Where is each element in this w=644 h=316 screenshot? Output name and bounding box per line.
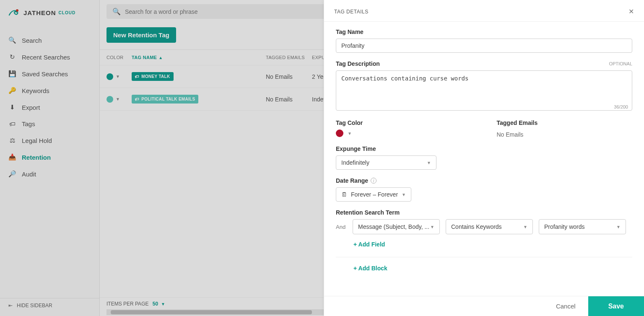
- calendar-icon: 🗓: [341, 191, 347, 198]
- sidebar-item-audit[interactable]: 🔎Audit: [0, 166, 99, 182]
- chevron-down-icon: ▼: [616, 225, 621, 229]
- sort-asc-icon: ▲: [158, 55, 163, 60]
- history-icon: ↻: [8, 53, 16, 61]
- sidebar: JATHEON CLOUD 🔍Search ↻Recent Searches 💾…: [0, 0, 100, 316]
- tag-color-picker[interactable]: ▼: [336, 130, 472, 137]
- expunge-time-label: Expunge Time: [336, 145, 632, 152]
- search-condition-select[interactable]: Contains Keywords▼: [446, 219, 533, 234]
- search-term-label: Retention Search Term: [336, 209, 632, 216]
- tagged-emails-value: No Emails: [497, 130, 633, 138]
- chevron-down-icon: ▼: [402, 192, 406, 197]
- tag-icon: 🏷: [135, 97, 139, 101]
- nav: 🔍Search ↻Recent Searches 💾Saved Searches…: [0, 32, 99, 182]
- new-retention-tag-button[interactable]: New Retention Tag: [106, 27, 176, 43]
- items-per-page-select[interactable]: 50 ▼: [153, 301, 165, 307]
- search-term-row: And Message (Subject, Body, ...▼ Contain…: [336, 219, 632, 234]
- logo-icon: [8, 8, 21, 18]
- tagged-emails-label: Tagged Emails: [497, 119, 633, 126]
- search-placeholder: Search for a word or phrase: [125, 8, 198, 15]
- sidebar-item-label: Recent Searches: [22, 54, 70, 61]
- tag-icon: 🏷: [135, 74, 139, 79]
- collapse-icon: ⇤: [8, 303, 13, 308]
- logo-text: JATHEON: [23, 9, 56, 16]
- tag-badge: 🏷 MONEY TALK: [132, 72, 174, 81]
- tag-color-label: Tag Color: [336, 119, 472, 126]
- sidebar-item-saved-searches[interactable]: 💾Saved Searches: [0, 65, 99, 82]
- key-icon: 🔑: [8, 87, 16, 94]
- row-tagname: 🏷 MONEY TALK: [132, 72, 216, 81]
- row-color[interactable]: ▼: [106, 96, 132, 103]
- sidebar-item-label: Retention: [22, 154, 51, 161]
- chevron-down-icon: ▼: [427, 161, 431, 165]
- sidebar-item-export[interactable]: ⬇Export: [0, 99, 99, 116]
- col-tagged-emails: TAGGED EMAILS: [266, 55, 312, 60]
- cancel-button[interactable]: Cancel: [543, 296, 588, 316]
- sidebar-item-recent-searches[interactable]: ↻Recent Searches: [0, 49, 99, 65]
- sidebar-item-tags[interactable]: 🏷Tags: [0, 116, 99, 132]
- panel-header: TAG DETAILS ✕: [324, 0, 644, 22]
- color-dot: [106, 73, 113, 80]
- chevron-down-icon: ▼: [430, 225, 434, 229]
- sidebar-item-label: Legal Hold: [22, 137, 52, 144]
- scrollbar-thumb[interactable]: [111, 310, 312, 314]
- sidebar-item-label: Tags: [22, 120, 35, 127]
- tag-desc-input[interactable]: [336, 70, 632, 111]
- hide-sidebar-button[interactable]: ⇤ HIDE SIDEBAR: [0, 298, 99, 313]
- date-range-select[interactable]: 🗓 Forever – Forever ▼: [336, 187, 411, 202]
- tag-badge: 🏷 POLITICAL TALK EMAILS: [132, 95, 198, 104]
- search-field-select[interactable]: Message (Subject, Body, ...▼: [353, 219, 440, 234]
- color-dot: [106, 96, 113, 103]
- sidebar-item-label: Export: [22, 104, 40, 111]
- info-icon[interactable]: i: [371, 178, 377, 184]
- tag-details-panel: TAG DETAILS ✕ Tag Name Tag Description O…: [324, 0, 644, 316]
- sidebar-item-label: Keywords: [22, 87, 49, 94]
- char-count: 36/200: [614, 104, 628, 109]
- add-field-link[interactable]: + Add Field: [353, 241, 632, 248]
- logo: JATHEON CLOUD: [0, 0, 99, 23]
- search-icon: 🔍: [112, 8, 121, 16]
- save-button[interactable]: Save: [588, 296, 644, 316]
- tag-name-input[interactable]: [336, 39, 632, 53]
- chevron-down-icon: ▼: [116, 74, 120, 79]
- sidebar-item-legal-hold[interactable]: ⚖Legal Hold: [0, 132, 99, 149]
- add-block-link[interactable]: + Add Block: [353, 265, 632, 272]
- row-tagname: 🏷 POLITICAL TALK EMAILS: [132, 95, 216, 104]
- retention-icon: 📥: [8, 153, 16, 161]
- panel-footer: Cancel Save: [324, 296, 644, 316]
- save-icon: 💾: [8, 70, 16, 78]
- tag-icon: 🏷: [8, 120, 16, 127]
- row-tagged: No Emails: [266, 96, 312, 103]
- divider: [336, 257, 632, 257]
- items-per-page-label: ITEMS PER PAGE: [106, 301, 148, 307]
- expunge-time-select[interactable]: Indefinitely ▼: [336, 155, 436, 170]
- tag-desc-label: Tag Description: [336, 60, 380, 67]
- scale-icon: ⚖: [8, 137, 16, 144]
- and-label: And: [336, 224, 347, 230]
- panel-body: Tag Name Tag Description OPTIONAL 36/200…: [324, 22, 644, 296]
- chevron-down-icon: ▼: [160, 302, 165, 306]
- chevron-down-icon: ▼: [116, 97, 120, 101]
- sidebar-item-label: Saved Searches: [22, 70, 68, 78]
- chevron-down-icon: ▼: [348, 131, 352, 136]
- sidebar-item-search[interactable]: 🔍Search: [0, 32, 99, 49]
- color-swatch: [336, 130, 343, 137]
- svg-point-0: [16, 9, 18, 12]
- sidebar-item-label: Audit: [22, 171, 36, 178]
- audit-icon: 🔎: [8, 170, 16, 178]
- search-value-select[interactable]: Profanity words▼: [539, 219, 626, 234]
- search-icon: 🔍: [8, 36, 16, 44]
- download-icon: ⬇: [8, 104, 16, 111]
- close-icon[interactable]: ✕: [628, 8, 634, 16]
- row-color[interactable]: ▼: [106, 73, 132, 80]
- optional-label: OPTIONAL: [609, 61, 632, 66]
- panel-title: TAG DETAILS: [334, 9, 369, 15]
- tag-name-label: Tag Name: [336, 28, 632, 35]
- row-tagged: No Emails: [266, 73, 312, 80]
- sidebar-item-keywords[interactable]: 🔑Keywords: [0, 82, 99, 99]
- sidebar-item-retention[interactable]: 📥Retention: [0, 149, 99, 166]
- date-range-label: Date Range: [336, 177, 368, 184]
- col-tagname[interactable]: TAG NAME▲: [132, 55, 216, 60]
- chevron-down-icon: ▼: [523, 225, 527, 229]
- col-color: COLOR: [106, 55, 132, 60]
- logo-suffix: CLOUD: [59, 10, 76, 15]
